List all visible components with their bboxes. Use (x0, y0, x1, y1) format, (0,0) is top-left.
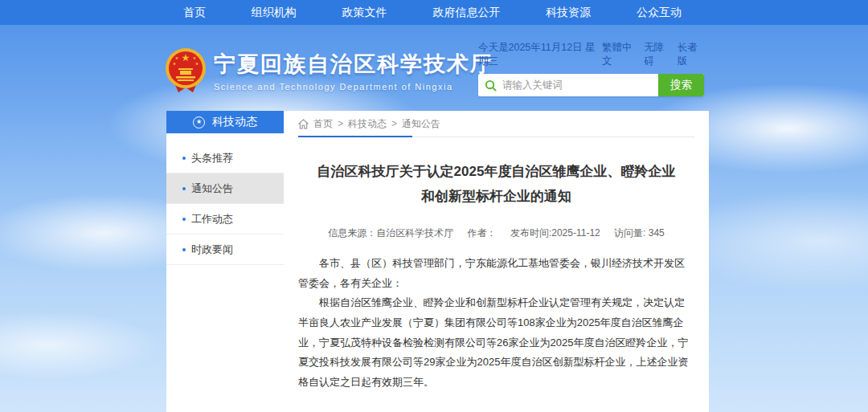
national-emblem-logo: ★ ★ ★ ★ ★ (165, 47, 207, 94)
article: 自治区科技厅关于认定2025年度自治区雏鹰企业、瞪羚企业 和创新型标杆企业的通知… (298, 137, 694, 412)
search-input[interactable] (502, 80, 658, 91)
site-brand: ★ ★ ★ ★ ★ 宁夏回族自治区科学技术厅 Science and Techn… (165, 47, 493, 94)
sidebar-item-notices[interactable]: 通知公告 (166, 173, 284, 204)
home-icon (298, 119, 309, 129)
nav-item-interaction[interactable]: 公众互动 (628, 6, 690, 20)
sidebar-title: 科技动态 (212, 115, 257, 129)
utility-row: 今天是2025年11月12日 星期三 繁體中文 无障碍 长者版 (478, 41, 704, 68)
search-button[interactable]: 搜索 (658, 74, 704, 96)
svg-text:★: ★ (175, 55, 179, 60)
article-paragraph: 各市、县（区）科技管理部门，宁东能源化工基地管委会，银川经济技术开发区管委会，各… (298, 254, 694, 293)
site-title: 宁夏回族自治区科学技术厅 (214, 50, 493, 79)
link-accessibility[interactable]: 无障碍 (644, 41, 670, 68)
svg-text:★: ★ (182, 52, 190, 63)
search-icon (485, 80, 497, 92)
top-nav: 首页 组织机构 政策文件 政府信息公开 科技资源 公众互动 (0, 0, 868, 25)
nav-item-resources[interactable]: 科技资源 (538, 6, 599, 20)
sidebar-item-label: 工作动态 (191, 212, 233, 226)
current-date: 今天是2025年11月12日 星期三 (478, 41, 602, 68)
breadcrumb-home[interactable]: 首页 (313, 117, 333, 131)
utility-links: 繁體中文 无障碍 长者版 (602, 41, 704, 68)
link-senior-version[interactable]: 长者版 (678, 41, 704, 68)
bullet-dot-icon (182, 187, 186, 190)
top-nav-items: 首页 组织机构 政策文件 政府信息公开 科技资源 公众互动 (175, 6, 690, 20)
sidebar-menu: 头条推荐 通知公告 工作动态 时政要闻 (166, 133, 284, 265)
sidebar: ★ 科技动态 头条推荐 通知公告 工作动态 时政要闻 (166, 111, 284, 412)
header-right: 今天是2025年11月12日 星期三 繁體中文 无障碍 长者版 搜索 (478, 41, 704, 96)
sidebar-item-politics-news[interactable]: 时政要闻 (166, 235, 284, 265)
nav-item-policy[interactable]: 政策文件 (334, 6, 395, 20)
svg-text:★: ★ (193, 55, 197, 60)
article-title: 自治区科技厅关于认定2025年度自治区雏鹰企业、瞪羚企业 和创新型标杆企业的通知 (298, 159, 694, 210)
breadcrumb-notices[interactable]: 通知公告 (402, 117, 440, 131)
compass-star-icon: ★ (193, 116, 205, 128)
meta-author: 作者： (468, 227, 497, 239)
article-body: 各市、县（区）科技管理部门，宁东能源化工基地管委会，银川经济技术开发区管委会，各… (298, 254, 694, 393)
meta-publish-time: 发布时间:2025-11-12 (510, 227, 600, 239)
meta-source: 信息来源：自治区科学技术厅 (328, 227, 453, 239)
breadcrumb-tech-news[interactable]: 科技动态 (348, 117, 387, 131)
breadcrumb: 首页 > 科技动态 > 通知公告 (298, 111, 694, 137)
bullet-dot-icon (182, 248, 186, 251)
sidebar-item-headlines[interactable]: 头条推荐 (166, 143, 284, 173)
article-title-line1: 自治区科技厅关于认定2025年度自治区雏鹰企业、瞪羚企业 (317, 164, 676, 179)
link-traditional-chinese[interactable]: 繁體中文 (602, 41, 637, 68)
search-bar: 搜索 (478, 74, 704, 96)
sidebar-item-label: 时政要闻 (191, 243, 233, 257)
sidebar-item-label: 头条推荐 (191, 151, 233, 165)
article-meta: 信息来源：自治区科学技术厅 作者： 发布时间:2025-11-12 访问量: 3… (298, 226, 694, 240)
search-box (478, 74, 658, 96)
brand-text: 宁夏回族自治区科学技术厅 Science and Technology Depa… (214, 50, 493, 92)
site-header: ★ ★ ★ ★ ★ 宁夏回族自治区科学技术厅 Science and Techn… (0, 25, 868, 111)
breadcrumb-separator: > (391, 118, 397, 129)
article-paragraph: 根据自治区雏鹰企业、瞪羚企业和创新型标杆企业认定管理有关规定，决定认定半亩良人农… (298, 293, 694, 392)
bullet-dot-icon (182, 157, 186, 160)
meta-visit-count: 访问量: 345 (614, 227, 665, 239)
svg-text:★: ★ (195, 61, 199, 66)
svg-text:★: ★ (173, 61, 177, 66)
site-subtitle: Science and Technology Department of Nin… (214, 82, 493, 92)
sidebar-header: ★ 科技动态 (166, 111, 284, 133)
nav-item-home[interactable]: 首页 (175, 6, 214, 20)
content-card: ★ 科技动态 头条推荐 通知公告 工作动态 时政要闻 (166, 111, 709, 412)
bullet-dot-icon (182, 218, 186, 221)
article-title-line2: 和创新型标杆企业的通知 (421, 189, 571, 204)
nav-item-gov-info[interactable]: 政府信息公开 (424, 6, 508, 20)
main-content: 首页 > 科技动态 > 通知公告 自治区科技厅关于认定2025年度自治区雏鹰企业… (284, 111, 709, 412)
sidebar-item-work-news[interactable]: 工作动态 (166, 204, 284, 235)
nav-item-organization[interactable]: 组织机构 (244, 6, 305, 20)
sidebar-item-label: 通知公告 (191, 182, 233, 196)
breadcrumb-separator: > (338, 118, 343, 129)
